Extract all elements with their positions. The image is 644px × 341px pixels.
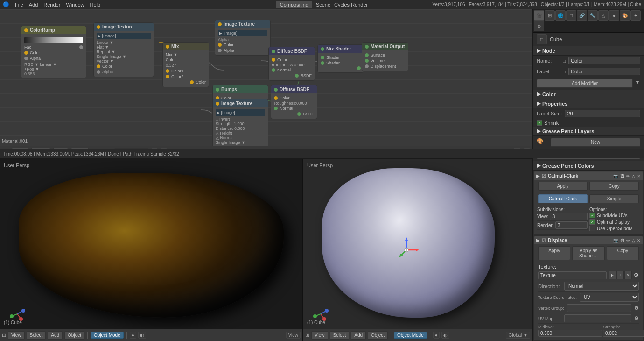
icon-vertex-displace[interactable]: △ <box>632 238 635 243</box>
node-mix[interactable]: Mix Mix ▼ Color 0.327 Color1 Color2 Colo… <box>162 42 209 87</box>
node-material-output[interactable]: Material Output Surface Volume Displacem… <box>362 42 408 71</box>
props-tab-object[interactable]: □ <box>566 10 576 21</box>
subsurf-expand[interactable]: ▶ <box>536 173 540 178</box>
viewport-right[interactable]: User Persp <box>303 159 532 341</box>
displace-apply-btn[interactable]: Apply <box>538 246 570 260</box>
displace-enabled[interactable]: ☑ <box>542 238 546 243</box>
texture-x-btn[interactable]: × <box>624 271 632 279</box>
strength-input[interactable] <box>603 330 644 337</box>
vp-left-view[interactable]: View <box>8 331 25 340</box>
icon-viewport-type-right[interactable]: ⊞ <box>305 332 309 338</box>
texture-settings-icon[interactable]: ⚙ <box>634 272 639 278</box>
add-modifier-btn[interactable]: Add Modifier <box>537 79 633 88</box>
displace-expand[interactable]: ▶ <box>536 238 540 243</box>
node-label-input[interactable] <box>568 68 640 75</box>
properties-section[interactable]: ▶ Properties <box>533 99 644 108</box>
node-name-icon: □ <box>563 58 566 64</box>
subsurf-simple-btn[interactable]: Simple <box>589 194 639 203</box>
subsurf-apply-btn[interactable]: Apply <box>538 182 588 191</box>
props-tab-world[interactable]: 🌐 <box>555 10 566 21</box>
vp-left-select[interactable]: Select <box>27 331 46 340</box>
node-image-tex1[interactable]: Image Texture ▶ [Image] Linear ▼ Flat ▼ … <box>93 22 154 77</box>
grease-pencil-layers-section[interactable]: ▶ Grease Pencil Layers: <box>533 127 644 136</box>
vp-right-add[interactable]: Add <box>351 331 366 340</box>
icon-render-right[interactable]: ◐ <box>441 332 449 339</box>
icon-render-subsurf[interactable]: 🖼 <box>620 174 624 178</box>
icon-camera-subsurf[interactable]: 📷 <box>613 174 618 178</box>
subsurf-catmull-btn[interactable]: Catmull-Clark <box>538 194 588 203</box>
node-section-header[interactable]: ▶ Node <box>533 46 644 56</box>
viewport-right-bottom-label: (1) Cube <box>307 320 325 325</box>
icon-global-right[interactable]: Global ▼ <box>506 332 530 339</box>
icon-view-right1[interactable]: ● <box>433 332 440 339</box>
node-image-tex2[interactable]: Image Texture ▶ [Image] Alpha Color Alph… <box>215 20 271 56</box>
direction-select[interactable]: Normal X Y Z <box>564 282 639 291</box>
menu-help[interactable]: Help <box>90 2 101 7</box>
props-tab-texture[interactable]: 🎨 <box>620 10 630 21</box>
vp-right-mode[interactable]: Object Mode <box>394 332 427 339</box>
icon-edit-subsurf[interactable]: ✏ <box>626 174 630 178</box>
node-diffuse-bsdf1[interactable]: Diffuse BSDF Color Roughness:0.000 Norma… <box>268 47 315 81</box>
icon-x-subsurf[interactable]: ✕ <box>637 174 641 178</box>
props-tab-modifiers[interactable]: 🔧 <box>588 10 598 21</box>
icon-render-displace[interactable]: 🖼 <box>620 238 624 243</box>
menu-add[interactable]: Add <box>29 2 38 7</box>
shrink-checkbox[interactable]: ✓ <box>537 120 542 126</box>
icon-view-left1[interactable]: ● <box>130 332 136 339</box>
optimal-display-cb[interactable]: ✓ <box>589 219 595 225</box>
props-tab-render[interactable]: 🎥 <box>534 10 544 21</box>
displace-copy-btn[interactable]: Copy <box>607 246 639 260</box>
uv-map-input[interactable] <box>564 314 631 322</box>
label-size-input[interactable] <box>565 110 640 117</box>
vp-right-view[interactable]: View <box>311 331 328 340</box>
icon-camera-displace[interactable]: 📷 <box>613 238 618 243</box>
node-image-tex3[interactable]: Image Texture ▶ [Image] □ Invert Strengt… <box>212 99 268 152</box>
icon-viewport-type-left[interactable]: ⊞ <box>2 332 6 338</box>
render-engine[interactable]: Cycles Render <box>334 2 368 7</box>
props-tab-particles[interactable]: ✦ <box>630 10 641 21</box>
tex-coords-select[interactable]: UV Local Global <box>580 293 639 302</box>
menu-file[interactable]: File <box>15 2 23 7</box>
node-mix-shader[interactable]: Mix Shader Shader Shader <box>317 44 364 73</box>
props-tab-constraints[interactable]: 🔗 <box>577 10 587 21</box>
props-tab-scene[interactable]: ⊞ <box>545 10 555 21</box>
props-tab-physics[interactable]: ⚙ <box>534 21 544 31</box>
texture-browse-btn[interactable]: F <box>609 271 616 279</box>
render-value-input[interactable] <box>555 221 588 229</box>
menu-render[interactable]: Render <box>43 2 60 7</box>
node-canvas[interactable]: ColorRamp Fac Color Alpha RGB ▼ Linear ▼… <box>0 9 532 146</box>
props-tab-material[interactable]: ● <box>609 10 619 21</box>
icon-x-displace[interactable]: ✕ <box>637 238 641 243</box>
vp-left-mode[interactable]: Object Mode <box>91 332 124 339</box>
use-opensubdiv-cb[interactable] <box>589 226 595 231</box>
texture-name-input[interactable] <box>538 271 607 279</box>
menu-window[interactable]: Window <box>66 2 84 7</box>
node-diffuse-bsdf2[interactable]: Diffuse BSDF Color Roughness:0.000 Norma… <box>271 85 317 119</box>
subsurf-copy-btn[interactable]: Copy <box>589 182 639 191</box>
grease-pencil-colors-section[interactable]: ▶ Grease Pencil Colors <box>533 161 644 170</box>
icon-render-left[interactable]: ◐ <box>138 332 146 339</box>
midlevel-input[interactable] <box>538 330 602 337</box>
props-tab-data[interactable]: △ <box>598 10 609 21</box>
icon-edit-displace[interactable]: ✏ <box>626 238 630 243</box>
workspace-tab[interactable]: Compositing <box>276 1 312 8</box>
vp-left-add[interactable]: Add <box>48 331 63 340</box>
subsurf-enabled[interactable]: ☑ <box>542 173 546 178</box>
icon-vertex-subsurf[interactable]: △ <box>632 174 635 178</box>
color-section[interactable]: ▶ Color <box>533 90 644 99</box>
label-size-label: Label Size: <box>537 111 562 116</box>
subdivide-uvs-cb[interactable]: ✓ <box>589 213 595 218</box>
vp-right-object[interactable]: Object <box>368 331 388 340</box>
vertex-group-input[interactable] <box>567 304 631 312</box>
vp-right-select[interactable]: Select <box>330 331 350 340</box>
viewport-left[interactable]: User Persp (1) Cube ⊞ View Select <box>0 159 303 341</box>
texture-new-btn[interactable]: + <box>616 271 624 279</box>
view-value-input[interactable] <box>550 213 588 220</box>
displace-apply-shape-btn[interactable]: Apply as Shape ... <box>572 246 604 260</box>
add-modifier-arrow[interactable]: ▼ <box>635 79 640 88</box>
new-btn[interactable]: New <box>551 138 640 147</box>
node-colorramp[interactable]: ColorRamp Fac Color Alpha RGB ▼ Linear ▼… <box>21 26 86 78</box>
node-name-input[interactable] <box>568 57 640 64</box>
vp-left-object[interactable]: Object <box>64 331 84 340</box>
icon-global-left[interactable]: View <box>286 332 301 339</box>
